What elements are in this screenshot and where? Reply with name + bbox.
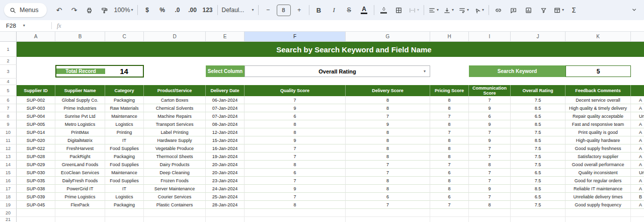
table-cell[interactable]: PrintMax	[55, 128, 105, 136]
grid-cell[interactable]	[17, 217, 55, 222]
table-cell[interactable]: 8	[346, 104, 430, 112]
table-cell[interactable]: Transport Services	[144, 120, 206, 128]
table-header-cell[interactable]: Category	[105, 85, 144, 96]
table-cell[interactable]: High quality & timely delivery	[566, 104, 631, 112]
paint-format-button[interactable]	[97, 4, 112, 17]
table-cell[interactable]: 15-Jan-2024	[206, 136, 245, 144]
table-header-cell[interactable]: Pricing Score	[430, 85, 469, 96]
table-cell[interactable]: 8	[346, 96, 430, 104]
horizontal-align-button[interactable]: ▾	[426, 4, 441, 17]
table-cell[interactable]: 9	[245, 136, 346, 144]
table-cell[interactable]: Maintenance	[105, 112, 144, 120]
table-cell[interactable]: SUP-035	[17, 177, 55, 185]
merge-cells-button[interactable]: ▾	[407, 4, 422, 17]
table-cell[interactable]: 24-Jan-2024	[206, 185, 245, 193]
table-cell[interactable]: 7.5	[511, 161, 566, 169]
table-cell[interactable]: Reliable IT maintenance	[566, 185, 631, 193]
table-cell[interactable]: Dairy Products	[144, 161, 206, 169]
table-cell[interactable]: 7	[430, 128, 469, 136]
table-cell[interactable]: 9	[346, 120, 430, 128]
table-cell[interactable]: Un	[631, 169, 644, 177]
table-header-cell[interactable]: Overall Rating	[511, 85, 566, 96]
table-cell[interactable]: 8.5	[511, 136, 566, 144]
row-header[interactable]: 12	[0, 144, 17, 153]
table-cell[interactable]: Frozen Foods	[144, 177, 206, 185]
table-cell[interactable]: Global Supply Co.	[55, 96, 105, 104]
grid-cell[interactable]	[430, 209, 469, 217]
row-header[interactable]: 11	[0, 136, 17, 144]
table-cell[interactable]: 7.5	[511, 177, 566, 185]
table-cell[interactable]: 7	[469, 153, 511, 161]
table-cell[interactable]: 8	[346, 128, 430, 136]
table-cell[interactable]: Food Supplies	[105, 177, 144, 185]
table-cell[interactable]: Plastic Containers	[144, 201, 206, 209]
table-cell[interactable]: 7	[346, 201, 430, 209]
table-cell[interactable]: 8	[346, 136, 430, 144]
table-cell[interactable]: SUP-028	[17, 153, 55, 161]
table-cell[interactable]: 07-Jan-2024	[206, 112, 245, 120]
table-cell[interactable]: A	[631, 161, 644, 169]
table-cell[interactable]: Decent service overall	[566, 96, 631, 104]
row-header[interactable]: 3	[0, 65, 17, 79]
vertical-align-button[interactable]: ▾	[441, 4, 456, 17]
table-cell[interactable]: 7	[346, 112, 430, 120]
table-cell[interactable]: A	[631, 153, 644, 161]
table-cell[interactable]: EcoClean Services	[55, 169, 105, 177]
table-cell[interactable]: 6.5	[511, 112, 566, 120]
table-cell[interactable]: SUP-020	[17, 136, 55, 144]
row-header[interactable]: 17	[0, 185, 17, 193]
table-header-cell[interactable]: Product/Service	[144, 85, 206, 96]
row-header[interactable]: 16	[0, 177, 17, 185]
grid-cell[interactable]	[245, 217, 346, 222]
table-cell[interactable]: 25-Jan-2024	[206, 193, 245, 201]
table-cell[interactable]: A	[631, 96, 644, 104]
text-color-button[interactable]: A	[357, 4, 372, 17]
table-cell[interactable]: Repair quality acceptable	[566, 112, 631, 120]
table-cell[interactable]: 7.5	[511, 96, 566, 104]
table-cell[interactable]: SUP-045	[17, 201, 55, 209]
table-cell[interactable]: Maintenance	[105, 169, 144, 177]
table-cell[interactable]: 8	[430, 177, 469, 185]
table-cell[interactable]: 6	[430, 169, 469, 177]
table-cell[interactable]: 7.5	[511, 153, 566, 161]
grid-cell[interactable]	[631, 217, 644, 222]
table-cell[interactable]: 7	[469, 193, 511, 201]
table-cell[interactable]: A	[631, 185, 644, 193]
row-header[interactable]: 4	[0, 79, 17, 85]
grid-cell[interactable]	[206, 217, 245, 222]
table-cell[interactable]: Packaging	[105, 201, 144, 209]
create-filter-button[interactable]	[536, 4, 551, 17]
table-cell[interactable]: Print quality is good	[566, 128, 631, 136]
row-header[interactable]: 20	[0, 209, 17, 217]
table-cell[interactable]: 7	[245, 96, 346, 104]
table-cell[interactable]: Raw Materials	[105, 104, 144, 112]
table-cell[interactable]: SUP-022	[17, 144, 55, 153]
table-cell[interactable]: B	[631, 193, 644, 201]
table-cell[interactable]: 7	[469, 128, 511, 136]
select-column-dropdown[interactable]: Overall Rating ▾	[245, 65, 430, 77]
table-cell[interactable]: 8	[469, 161, 511, 169]
column-header[interactable]: F	[245, 32, 346, 42]
table-cell[interactable]: Good supply freshness	[566, 144, 631, 153]
decrease-font-size-button[interactable]: −	[261, 4, 276, 17]
table-cell[interactable]: 8	[346, 177, 430, 185]
table-cell[interactable]: 8.5	[511, 185, 566, 193]
functions-button[interactable]: Σ	[567, 4, 582, 17]
column-header[interactable]: G	[346, 32, 430, 42]
table-cell[interactable]: 6	[245, 169, 346, 177]
column-header[interactable]: L	[631, 32, 644, 42]
format-percent-button[interactable]: %	[155, 4, 170, 17]
table-cell[interactable]: 8	[430, 104, 469, 112]
table-cell[interactable]: A	[631, 177, 644, 185]
grid-cell[interactable]	[346, 209, 430, 217]
table-cell[interactable]: 8	[346, 144, 430, 153]
name-box[interactable]: F28 ▾	[0, 23, 48, 29]
borders-button[interactable]	[391, 4, 407, 17]
table-cell[interactable]: 7.5	[511, 201, 566, 209]
table-cell[interactable]: Metro Logistics	[55, 120, 105, 128]
row-header[interactable]: 2	[0, 57, 17, 65]
table-cell[interactable]: Sunrise Pvt Ltd	[55, 112, 105, 120]
table-cell[interactable]: 19-Jan-2024	[206, 153, 245, 161]
row-header[interactable]: 15	[0, 169, 17, 177]
column-header[interactable]: D	[144, 32, 206, 42]
